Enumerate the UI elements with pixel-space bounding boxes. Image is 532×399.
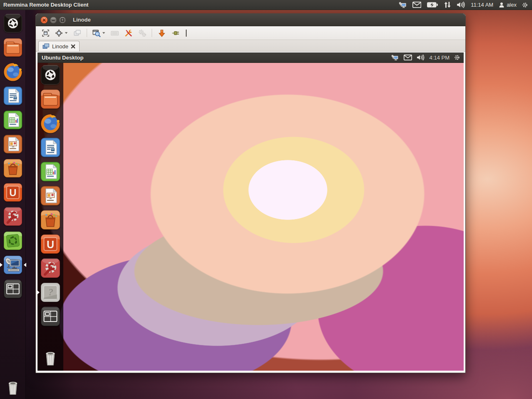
preferences-icon — [138, 29, 147, 37]
host-launcher-list: U — [0, 10, 25, 299]
launcher-item-home-folder[interactable] — [40, 89, 60, 109]
window-maximize-button[interactable] — [59, 16, 66, 24]
launcher-item-libreoffice-writer[interactable] — [3, 86, 22, 105]
launcher-item-trash[interactable] — [3, 378, 22, 397]
launcher-item-libreoffice-calc[interactable] — [3, 110, 22, 130]
host-launcher: U — [0, 10, 26, 399]
launcher-item-ubuntu-one[interactable]: U — [3, 183, 22, 202]
network-traffic-icon[interactable] — [444, 2, 451, 8]
mail-icon[interactable] — [404, 55, 412, 60]
launcher-item-firefox[interactable] — [40, 113, 60, 133]
launcher-item-system-settings[interactable] — [3, 207, 22, 226]
launcher-item-libreoffice-calc[interactable] — [40, 162, 60, 182]
dropdown-caret-icon — [65, 32, 68, 34]
window-controls — [40, 16, 66, 24]
toolbar-scaled-mode-button[interactable] — [90, 27, 107, 39]
host-top-panel: Remmina Remote Desktop Client 11:14 AM a… — [0, 0, 532, 10]
svg-text:U: U — [9, 187, 16, 198]
remmina-indicator-icon[interactable] — [391, 55, 399, 60]
minimize-to-tray-icon — [157, 29, 166, 37]
toolbar-separator — [152, 29, 152, 37]
text-cursor — [186, 30, 187, 37]
window-titlebar[interactable]: Linode — [36, 14, 465, 26]
toolbar-grab-keyboard-button[interactable] — [108, 27, 121, 39]
battery-icon[interactable] — [427, 2, 438, 8]
toolbar-switch-tab-button[interactable] — [71, 27, 83, 39]
remote-top-panel: Ubuntu Desktop 4:14 PM — [37, 52, 464, 63]
scaled-mode-icon — [92, 29, 101, 37]
tab-close-icon[interactable] — [71, 44, 75, 49]
launcher-item-ubuntu-green-app[interactable] — [3, 231, 22, 250]
mail-icon[interactable] — [412, 2, 421, 8]
session-menu-icon[interactable] — [522, 2, 528, 8]
toolbar-autofit-button[interactable] — [53, 27, 70, 39]
tools-icon — [124, 29, 133, 37]
remote-session-menu-icon[interactable] — [454, 55, 460, 60]
launcher-item-remmina[interactable] — [3, 255, 22, 274]
tab-linode[interactable]: Linode — [38, 41, 80, 51]
window-minimize-button[interactable] — [50, 16, 57, 24]
switch-tab-icon — [73, 29, 82, 37]
launcher-item-libreoffice-impress[interactable] — [40, 186, 60, 206]
grab-keyboard-icon — [110, 29, 119, 37]
running-indicator-arrow — [0, 263, 2, 267]
window-close-button[interactable] — [40, 16, 48, 24]
screen: { "colors": { "ubuntu_orange": "#dd4814"… — [0, 0, 532, 399]
remmina-window: Linode Linode Ubuntu Desktop 4:14 PM U? — [35, 13, 466, 373]
user-menu[interactable]: alex — [499, 2, 517, 8]
host-indicator-area: 11:14 AM alex — [399, 0, 532, 10]
remote-connection-icon — [42, 43, 50, 49]
dropdown-caret-icon — [102, 32, 105, 34]
toolbar-disconnect-button[interactable] — [169, 27, 182, 39]
launcher-item-ubuntu-dash[interactable] — [40, 65, 60, 85]
focused-indicator-arrow — [24, 263, 26, 267]
launcher-item-ubuntu-dash[interactable] — [3, 14, 22, 33]
window-title: Linode — [73, 17, 91, 23]
svg-text:?: ? — [48, 287, 53, 297]
launcher-item-ubuntu-software-center[interactable] — [3, 159, 22, 178]
host-clock-indicator[interactable]: 11:14 AM — [471, 2, 493, 8]
remote-indicator-area: 4:14 PM — [391, 52, 464, 62]
remote-launcher-list: U? — [37, 63, 63, 327]
launcher-item-workspace-switcher[interactable] — [3, 279, 22, 299]
volume-icon[interactable] — [417, 55, 425, 60]
disconnect-icon — [171, 29, 180, 37]
launcher-item-libreoffice-impress[interactable] — [3, 135, 22, 154]
remote-viewport: Ubuntu Desktop 4:14 PM U? — [37, 52, 465, 372]
launcher-item-ubuntu-software-center[interactable] — [40, 210, 60, 230]
host-tray — [399, 2, 465, 8]
launcher-item-home-folder[interactable] — [3, 38, 22, 57]
launcher-item-unknown-app[interactable]: ? — [40, 282, 60, 302]
remmina-toolbar — [36, 26, 465, 40]
panel-app-title: Remmina Remote Desktop Client — [0, 2, 88, 8]
toolbar-preferences-button[interactable] — [136, 27, 148, 39]
launcher-item-firefox[interactable] — [3, 62, 22, 81]
remote-desktop[interactable]: Ubuntu Desktop 4:14 PM U? — [37, 52, 464, 371]
launcher-item-ubuntu-one[interactable]: U — [40, 234, 60, 254]
tab-label: Linode — [52, 43, 68, 50]
user-icon — [499, 2, 505, 8]
autofit-icon — [55, 29, 63, 37]
running-indicator-arrow — [37, 290, 40, 294]
launcher-item-system-settings[interactable] — [40, 258, 60, 278]
launcher-item-workspace-switcher[interactable] — [40, 307, 60, 327]
toolbar-separator — [87, 29, 87, 37]
username-label: alex — [507, 2, 517, 8]
fullscreen-icon — [41, 29, 50, 37]
tab-bar: Linode — [36, 40, 465, 52]
toolbar-tools-button[interactable] — [122, 27, 135, 39]
svg-text:U: U — [47, 239, 54, 250]
volume-icon[interactable] — [457, 2, 465, 8]
remmina-indicator-icon[interactable] — [399, 2, 407, 8]
remote-launcher-item-trash[interactable] — [40, 348, 60, 368]
remote-panel-title: Ubuntu Desktop — [37, 55, 83, 61]
launcher-item-libreoffice-writer[interactable] — [40, 137, 60, 157]
toolbar-minimize-to-tray-button[interactable] — [155, 27, 168, 39]
toolbar-fullscreen-button[interactable] — [39, 27, 52, 39]
remote-clock-indicator[interactable]: 4:14 PM — [430, 55, 450, 61]
remote-tray — [391, 55, 425, 60]
remote-launcher: U? — [37, 63, 63, 371]
